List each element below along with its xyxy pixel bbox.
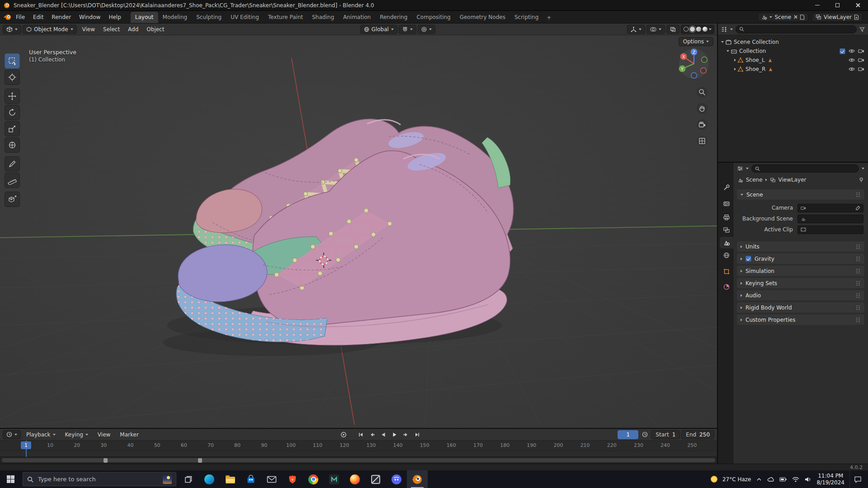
properties-editor-icon[interactable] (737, 166, 743, 171)
measure-tool[interactable] (5, 173, 20, 188)
close-button[interactable] (848, 0, 868, 10)
frame-end-field[interactable]: End 250 (681, 430, 714, 439)
mode-select[interactable]: Object Mode (23, 25, 77, 34)
workspace-tab-shading[interactable]: Shading (307, 12, 339, 23)
weather-label[interactable]: 27°C Haze (722, 476, 751, 483)
pan-hand-button[interactable] (697, 103, 708, 114)
zoom-button[interactable] (697, 87, 708, 98)
outliner-row-shoe-r[interactable]: Shoe_R (718, 65, 868, 74)
expand-icon[interactable] (721, 41, 724, 43)
next-keyframe-button[interactable] (401, 430, 411, 439)
editor-type-button[interactable] (3, 25, 21, 34)
properties-tab-material[interactable] (720, 281, 733, 293)
minimize-button[interactable] (807, 0, 827, 10)
menu-item[interactable]: Render (47, 13, 75, 22)
view-layer-selector[interactable]: ViewLayer (812, 13, 863, 22)
workspace-tab-layout[interactable]: Layout (131, 12, 158, 23)
gravity-checkbox[interactable] (745, 256, 751, 262)
panel-gravity[interactable]: Gravity (737, 253, 864, 264)
gizmo-x-neg-axis[interactable] (701, 68, 707, 74)
shading-rendered-button[interactable] (703, 27, 708, 32)
gizmo-y-neg-axis[interactable] (702, 57, 708, 63)
snap-toggle[interactable] (399, 25, 416, 34)
properties-tab-output[interactable] (720, 211, 733, 223)
camera-field[interactable] (797, 204, 863, 212)
play-reverse-button[interactable] (378, 430, 388, 439)
taskbar-app-unknown[interactable] (365, 470, 386, 488)
xray-toggle[interactable] (666, 25, 679, 34)
blender-menu-logo-icon[interactable] (4, 14, 12, 20)
pin-icon[interactable] (859, 177, 864, 183)
breadcrumb-scene[interactable]: Scene (746, 177, 763, 183)
taskbar-app-store[interactable] (241, 470, 261, 488)
shading-material-button[interactable] (696, 27, 701, 32)
outliner-row-collection[interactable]: Collection (718, 47, 868, 56)
taskbar-app-firefox[interactable] (344, 470, 365, 488)
properties-search-input[interactable] (751, 164, 859, 173)
outliner-row-scene-collection[interactable]: Scene Collection (718, 38, 868, 47)
panel-custom-properties[interactable]: Custom Properties (737, 314, 864, 325)
select-box-tool[interactable] (5, 53, 20, 69)
workspace-tab-uv-editing[interactable]: UV Editing (226, 12, 264, 23)
current-frame-field[interactable]: 1 (618, 430, 638, 439)
hidden-icons-chevron[interactable] (756, 476, 762, 483)
scrollbar-handle[interactable] (104, 458, 108, 463)
workspace-tab-compositing[interactable]: Compositing (412, 12, 455, 23)
transform-tool[interactable] (5, 137, 20, 153)
collection-checkbox[interactable] (840, 48, 845, 54)
camera-render-icon[interactable] (858, 67, 864, 71)
taskbar-app-blender[interactable] (407, 470, 428, 488)
taskbar-app-brave[interactable] (282, 470, 303, 488)
eyedropper-icon[interactable] (855, 206, 860, 211)
outliner-editor-icon[interactable] (721, 27, 727, 32)
navigation-gizmo[interactable]: Z X Y (678, 48, 710, 80)
new-view-layer-icon[interactable] (854, 14, 859, 20)
workspace-tab-animation[interactable]: Animation (339, 12, 375, 23)
panel-rigid-body-world[interactable]: Rigid Body World (737, 302, 864, 313)
maximize-button[interactable] (827, 0, 848, 10)
taskbar-app-edge[interactable] (199, 470, 220, 488)
properties-tab-object[interactable] (720, 266, 733, 277)
search-highlight-graphic[interactable] (163, 475, 172, 484)
auto-keying-button[interactable] (339, 430, 349, 439)
panel-scene[interactable]: Scene (737, 189, 864, 200)
cloud-tray-icon[interactable] (767, 476, 774, 483)
transform-orientation-select[interactable]: Global (360, 25, 397, 34)
workspace-tab-sculpting[interactable]: Sculpting (192, 12, 226, 23)
workspace-tab-texture-paint[interactable]: Texture Paint (264, 12, 307, 23)
camera-render-icon[interactable] (858, 58, 864, 62)
jump-to-start-button[interactable] (356, 430, 366, 439)
timeline-editor-type-button[interactable] (3, 430, 21, 439)
camera-render-icon[interactable] (858, 49, 864, 53)
expand-icon[interactable] (734, 68, 736, 70)
frame-start-field[interactable]: Start 1 (651, 430, 680, 439)
viewport-menu-item[interactable]: View (78, 25, 99, 34)
taskbar-app-m[interactable] (324, 470, 344, 488)
workspace-tab-geometry-nodes[interactable]: Geometry Nodes (455, 12, 510, 23)
proportional-editing-button[interactable] (418, 25, 435, 34)
panel-simulation[interactable]: Simulation (737, 266, 864, 276)
shading-solid-button[interactable] (690, 27, 695, 32)
timeline-ruler[interactable]: 1020304050607080901001101201301401501601… (0, 441, 717, 451)
taskbar-app-discord[interactable] (386, 470, 407, 488)
drag-handle-icon[interactable] (856, 244, 861, 249)
windows-start-button[interactable] (0, 470, 21, 488)
viewport-canvas[interactable] (0, 23, 717, 428)
menu-item[interactable]: File (12, 13, 29, 22)
filter-icon[interactable] (859, 27, 865, 32)
properties-tab-world[interactable] (720, 249, 733, 261)
taskbar-search-box[interactable] (23, 472, 176, 486)
timeline-menu-keying[interactable]: Keying (61, 430, 92, 439)
workspace-tab-modeling[interactable]: Modeling (158, 12, 192, 23)
add-cube-tool[interactable] (5, 192, 20, 207)
taskbar-clock[interactable]: 11:04 PM 8/19/2024 (816, 473, 844, 486)
viewport-menu-item[interactable]: Select (99, 25, 124, 34)
properties-tab-tool[interactable] (720, 182, 733, 193)
eye-visibility-icon[interactable] (849, 58, 855, 62)
orthographic-toggle-button[interactable] (697, 136, 708, 146)
properties-tab-render[interactable] (720, 198, 733, 210)
menu-item[interactable]: Window (75, 13, 104, 22)
eye-visibility-icon[interactable] (849, 67, 855, 71)
battery-icon[interactable] (779, 476, 787, 483)
drag-handle-icon[interactable] (856, 281, 861, 286)
